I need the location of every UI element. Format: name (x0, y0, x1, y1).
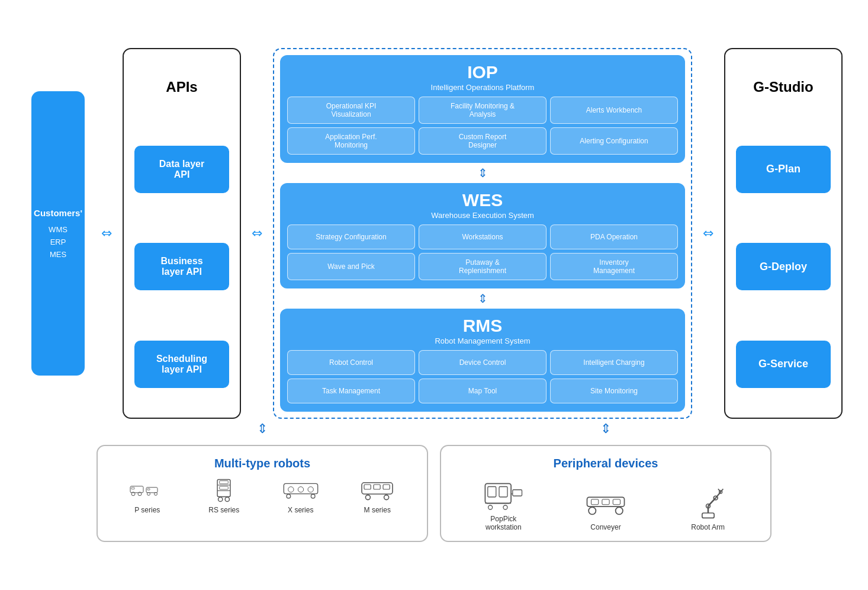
rms-module-0: Robot Control (287, 350, 415, 375)
gs-box-service: G-Service (736, 341, 831, 388)
robot-p-icon (130, 479, 165, 502)
svg-rect-22 (364, 485, 371, 489)
svg-rect-43 (702, 513, 713, 518)
robots-box: Multi-type robots (97, 445, 428, 542)
svg-point-19 (287, 494, 291, 498)
svg-point-18 (308, 487, 313, 492)
arrow-customers-apis: ⇔ (98, 48, 115, 419)
wes-module-1: Workstations (419, 225, 546, 249)
api-box-scheduling: Schedulinglayer API (134, 341, 229, 388)
robot-m: M series (359, 479, 395, 514)
peripheral-robot-arm: Robot Arm (687, 487, 729, 531)
robot-rs-label: RS series (208, 506, 239, 514)
rms-module-3: Task Management (287, 379, 415, 403)
arrow-rms-peripherals: ⇕ (600, 421, 611, 437)
arrow-rms-robots: ⇕ (257, 421, 268, 437)
center-col: IOP Intelligent Operations Platform Oper… (273, 48, 692, 419)
api-box-data: Data layerAPI (134, 146, 229, 193)
arrow-apis-center: ⇔ (248, 48, 266, 419)
wes-module-0: Strategy Configuration (287, 225, 415, 249)
peripheral-row: PopPickworkstation Conveyer (455, 479, 756, 531)
api-box-business: Businesslayer API (134, 243, 229, 290)
svg-rect-23 (374, 485, 380, 489)
arrow-iop-wes: ⇕ (280, 168, 685, 178)
arrow-wes-rms: ⇕ (280, 293, 685, 304)
svg-point-17 (298, 487, 303, 492)
iop-module-0: Operational KPIVisualization (287, 97, 415, 124)
diagram-wrapper: Customers' WMS ERP MES ⇔ APIs Data layer… (25, 48, 843, 542)
wes-modules: Strategy Configuration Workstations PDA … (287, 225, 678, 280)
svg-point-33 (488, 505, 493, 509)
wes-module-5: InventoryManagement (550, 253, 678, 280)
customers-title: Customers' (34, 208, 82, 218)
iop-module-4: Custom ReportDesigner (419, 127, 546, 155)
svg-rect-29 (499, 487, 507, 498)
svg-rect-11 (220, 481, 229, 484)
svg-point-14 (225, 497, 229, 501)
poppick-icon (483, 479, 524, 511)
main-row: Customers' WMS ERP MES ⇔ APIs Data layer… (25, 48, 843, 419)
poppick-label: PopPickworkstation (486, 515, 522, 531)
iop-title: IOP Intelligent Operations Platform (287, 62, 678, 92)
peripheral-conveyer: Conveyer (585, 487, 626, 531)
robots-row: P series RS series (112, 479, 413, 514)
svg-rect-31 (513, 490, 522, 496)
wes-module-4: Putaway &Replenishment (419, 253, 546, 280)
svg-rect-35 (587, 497, 624, 506)
iop-module-1: Facility Monitoring &Analysis (419, 97, 546, 124)
gs-box-plan: G-Plan (736, 146, 831, 193)
rms-module-2: Intelligent Charging (550, 350, 678, 375)
robots-title: Multi-type robots (112, 457, 413, 470)
svg-rect-5 (147, 489, 150, 490)
peripheral-poppick: PopPickworkstation (483, 479, 524, 531)
svg-rect-1 (131, 488, 134, 489)
conveyer-icon (585, 487, 626, 520)
apis-col: APIs Data layerAPI Businesslayer API Sch… (123, 48, 241, 419)
svg-rect-12 (220, 486, 229, 489)
apis-title: APIs (166, 79, 197, 95)
svg-point-39 (589, 507, 596, 514)
rms-title: RMS Robot Management System (287, 316, 678, 345)
svg-rect-36 (591, 499, 598, 505)
svg-point-34 (503, 505, 507, 509)
rms-module-5: Site Monitoring (550, 379, 678, 403)
bottom-row: Multi-type robots (25, 445, 843, 542)
robot-arm-icon (687, 487, 729, 520)
robot-m-icon (359, 479, 395, 502)
robot-m-label: M series (364, 506, 391, 514)
customers-mes: MES (50, 250, 66, 259)
svg-point-16 (288, 487, 293, 492)
rms-block: RMS Robot Management System Robot Contro… (280, 309, 685, 412)
robot-rs: RS series (206, 479, 242, 514)
rms-module-4: Map Tool (419, 379, 546, 403)
gstudio-col: G-Studio G-Plan G-Deploy G-Service (724, 48, 843, 419)
robot-arm-label: Robot Arm (691, 523, 725, 531)
wes-title: WES Warehouse Execution System (287, 190, 678, 220)
robot-p: P series (130, 479, 165, 514)
customers-col: Customers' WMS ERP MES (25, 48, 91, 419)
peripherals-title: Peripheral devices (455, 457, 756, 470)
rms-module-1: Device Control (419, 350, 546, 375)
wes-module-2: PDA Operation (550, 225, 678, 249)
gs-box-deploy: G-Deploy (736, 243, 831, 290)
iop-module-5: Alerting Configuration (550, 127, 678, 155)
iop-module-3: Application Perf.Monitoring (287, 127, 415, 155)
svg-rect-37 (602, 499, 609, 505)
wes-block: WES Warehouse Execution System Strategy … (280, 183, 685, 288)
svg-rect-28 (488, 487, 496, 498)
peripherals-box: Peripheral devices PopPickworkstation (440, 445, 771, 542)
svg-rect-38 (613, 499, 620, 505)
iop-modules: Operational KPIVisualization Facility Mo… (287, 97, 678, 155)
arrow-center-gstudio: ⇔ (699, 48, 717, 419)
conveyer-label: Conveyer (590, 523, 621, 531)
svg-point-13 (218, 497, 223, 501)
customers-wms: WMS (49, 225, 67, 234)
gstudio-title: G-Studio (753, 79, 813, 95)
svg-point-40 (616, 507, 623, 514)
svg-rect-24 (383, 485, 390, 489)
iop-module-2: Alerts Workbench (550, 97, 678, 124)
robot-p-label: P series (134, 506, 160, 514)
robot-rs-icon (206, 479, 242, 502)
svg-point-25 (366, 495, 371, 500)
wes-module-3: Wave and Pick (287, 253, 415, 280)
